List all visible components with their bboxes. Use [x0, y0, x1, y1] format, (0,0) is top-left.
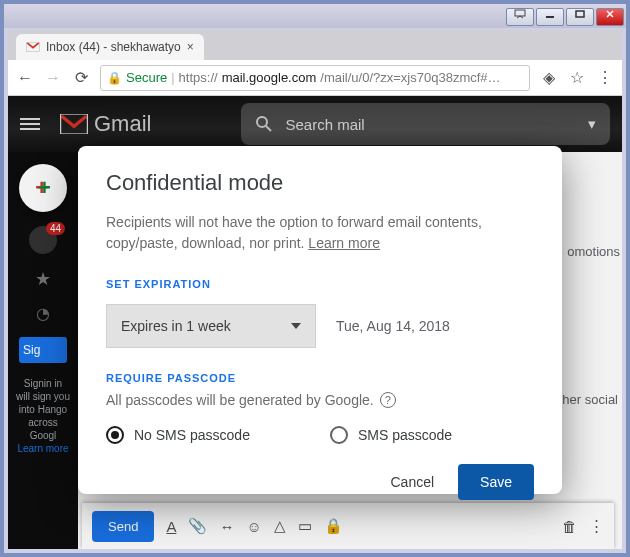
browser-menu-icon[interactable]: ⋮: [596, 68, 614, 87]
dialog-title: Confidential mode: [106, 170, 534, 196]
tab-title: Inbox (44) - shekhawatyo: [46, 40, 181, 54]
close-tab-icon[interactable]: ×: [187, 40, 194, 54]
expiration-value: Expires in 1 week: [121, 318, 231, 334]
reload-button[interactable]: ⟳: [72, 68, 90, 87]
extension-icon[interactable]: ◈: [540, 68, 558, 87]
confidential-mode-dialog: Confidential mode Recipients will not ha…: [78, 146, 562, 494]
lock-icon: 🔒: [107, 71, 122, 85]
gmail-favicon-icon: [26, 41, 40, 53]
cancel-button[interactable]: Cancel: [380, 464, 444, 500]
window-minimize-button[interactable]: [536, 8, 564, 26]
chevron-down-icon: [291, 323, 301, 329]
forward-button[interactable]: →: [44, 69, 62, 87]
browser-window: Inbox (44) - shekhawatyo × ← → ⟳ 🔒 Secur…: [8, 30, 622, 549]
no-sms-option[interactable]: No SMS passcode: [106, 426, 310, 444]
window-frame: Inbox (44) - shekhawatyo × ← → ⟳ 🔒 Secur…: [0, 0, 630, 557]
no-sms-label: No SMS passcode: [134, 427, 250, 443]
expiration-date: Tue, Aug 14, 2018: [336, 318, 450, 334]
bookmark-star-icon[interactable]: ☆: [568, 68, 586, 87]
window-dropdown-button[interactable]: [506, 8, 534, 26]
secure-label: Secure: [126, 70, 167, 85]
url-path: /mail/u/0/?zx=xjs70q38zmcf#…: [320, 70, 500, 85]
tab-strip: Inbox (44) - shekhawatyo ×: [8, 30, 622, 60]
require-passcode-label: REQUIRE PASSCODE: [106, 372, 534, 384]
separator: |: [171, 70, 174, 85]
radio-icon: [330, 426, 348, 444]
dialog-description: Recipients will not have the option to f…: [106, 212, 534, 254]
window-close-button[interactable]: [596, 8, 624, 26]
expiration-row: Expires in 1 week Tue, Aug 14, 2018: [106, 304, 534, 348]
url-prefix: https://: [179, 70, 218, 85]
url-input[interactable]: 🔒 Secure | https://mail.google.com/mail/…: [100, 65, 530, 91]
browser-tab[interactable]: Inbox (44) - shekhawatyo ×: [16, 34, 204, 60]
help-icon[interactable]: ?: [380, 392, 396, 408]
address-bar: ← → ⟳ 🔒 Secure | https://mail.google.com…: [8, 60, 622, 96]
svg-rect-0: [515, 10, 525, 16]
sms-option[interactable]: SMS passcode: [330, 426, 534, 444]
radio-icon: [106, 426, 124, 444]
passcode-description: All passcodes will be generated by Googl…: [106, 392, 534, 408]
passcode-radio-group: No SMS passcode SMS passcode: [106, 426, 534, 444]
sms-label: SMS passcode: [358, 427, 452, 443]
save-button[interactable]: Save: [458, 464, 534, 500]
svg-rect-2: [576, 11, 584, 17]
dialog-scrim: Confidential mode Recipients will not ha…: [8, 96, 622, 549]
learn-more-link[interactable]: Learn more: [308, 235, 380, 251]
page-content: Gmail Search mail ▾ ++ 44 ★ ◔ S: [8, 96, 622, 549]
set-expiration-label: SET EXPIRATION: [106, 278, 534, 290]
window-titlebar: [4, 4, 626, 28]
expiration-select[interactable]: Expires in 1 week: [106, 304, 316, 348]
url-domain: mail.google.com: [222, 70, 317, 85]
dialog-actions: Cancel Save: [106, 444, 534, 500]
back-button[interactable]: ←: [16, 69, 34, 87]
window-maximize-button[interactable]: [566, 8, 594, 26]
